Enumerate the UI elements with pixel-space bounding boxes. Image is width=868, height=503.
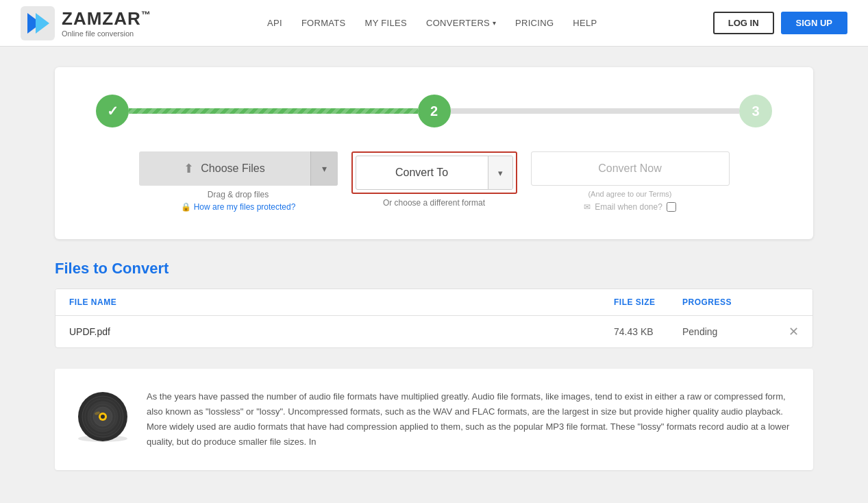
vinyl-record-svg — [75, 389, 130, 444]
conversion-card: ✓ 2 3 ⬆ Choose Files ▾ — [55, 67, 813, 239]
table-header: FILE NAME FILE SIZE PROGRESS — [55, 289, 813, 316]
step-3-circle: 3 — [739, 95, 772, 127]
step-1-circle: ✓ — [96, 95, 129, 127]
col-header-progress: PROGRESS — [682, 297, 771, 307]
step-2-circle: 2 — [418, 95, 451, 127]
email-checkbox[interactable] — [667, 202, 676, 212]
lock-icon: 🔒 — [181, 202, 191, 212]
logo-area: ZAMZAR™ Online file conversion — [21, 6, 151, 40]
email-row: ✉ Email when done? — [584, 202, 676, 212]
step-line-2 — [451, 108, 740, 114]
step-line-1 — [129, 108, 418, 114]
drag-drop-label: Drag & drop files — [208, 190, 269, 199]
header: ZAMZAR™ Online file conversion API FORMA… — [0, 0, 868, 47]
nav-converters: CONVERTERS — [426, 18, 490, 28]
convert-to-label: Convert To — [356, 167, 488, 179]
step-2-label: 2 — [430, 103, 438, 119]
nav-api[interactable]: API — [267, 18, 282, 28]
convert-to-highlight-border: Convert To ▾ — [351, 151, 517, 194]
logo-tagline: Online file conversion — [62, 29, 151, 38]
convert-to-sub-label: Or choose a different format — [383, 198, 485, 208]
protection-link[interactable]: 🔒 How are my files protected? — [181, 202, 296, 212]
login-button[interactable]: LOG IN — [713, 12, 774, 34]
col-header-filesize: FILE SIZE — [614, 297, 682, 307]
section-title: Files to Convert — [55, 260, 813, 278]
convert-to-button[interactable]: Convert To ▾ — [356, 156, 513, 190]
section-title-accent: Convert — [112, 260, 169, 277]
convert-now-button[interactable]: Convert Now — [531, 151, 730, 186]
upload-icon: ⬆ — [184, 161, 194, 176]
main-content: ✓ 2 3 ⬆ Choose Files ▾ — [0, 47, 868, 491]
nav-pricing[interactable]: PRICING — [515, 18, 554, 28]
protection-text: How are my files protected? — [194, 202, 296, 212]
choose-files-label: Choose Files — [201, 162, 264, 175]
convert-to-dropdown-icon: ▾ — [488, 156, 512, 189]
choose-files-main: ⬆ Choose Files — [139, 161, 310, 176]
svg-point-9 — [101, 415, 105, 419]
nav-converters-wrapper[interactable]: CONVERTERS ▾ — [426, 18, 496, 28]
table-row: UPDF.pdf 74.43 KB Pending ✕ — [55, 316, 813, 347]
main-nav: API FORMATS MY FILES CONVERTERS ▾ PRICIN… — [267, 18, 597, 28]
choose-files-dropdown-icon: ▾ — [310, 151, 338, 186]
file-action-cell: ✕ — [771, 326, 799, 338]
file-progress-cell: Pending — [682, 326, 771, 337]
email-icon: ✉ — [584, 202, 591, 212]
nav-buttons: LOG IN SIGN UP — [713, 12, 847, 34]
vinyl-record-image — [75, 389, 130, 444]
files-table: FILE NAME FILE SIZE PROGRESS UPDF.pdf 74… — [55, 289, 813, 348]
nav-formats[interactable]: FORMATS — [301, 18, 346, 28]
nav-my-files[interactable]: MY FILES — [365, 18, 407, 28]
steps-progress: ✓ 2 3 — [96, 95, 772, 127]
file-name-cell: UPDF.pdf — [69, 326, 614, 337]
signup-button[interactable]: SIGN UP — [781, 12, 847, 34]
col-header-filename: FILE NAME — [69, 297, 614, 307]
convert-now-group: Convert Now (And agree to our Terms) ✉ E… — [531, 151, 730, 212]
convert-to-group: Convert To ▾ Or choose a different forma… — [351, 151, 517, 208]
section-title-static: Files to — [55, 260, 108, 277]
email-when-done-label: Email when done? — [595, 202, 662, 212]
info-text: As the years have passed the number of a… — [147, 389, 793, 450]
remove-file-button[interactable]: ✕ — [789, 326, 799, 338]
logo-icon — [21, 6, 55, 40]
converters-chevron-icon: ▾ — [493, 19, 496, 27]
step-3-label: 3 — [752, 103, 759, 119]
controls-row: ⬆ Choose Files ▾ Drag & drop files 🔒 How… — [96, 151, 772, 212]
nav-help[interactable]: HELP — [573, 18, 597, 28]
logo-name: ZAMZAR™ — [62, 8, 151, 29]
file-size-cell: 74.43 KB — [614, 326, 682, 337]
logo-text: ZAMZAR™ Online file conversion — [62, 8, 151, 38]
choose-files-button[interactable]: ⬆ Choose Files ▾ — [139, 151, 338, 186]
choose-files-group: ⬆ Choose Files ▾ Drag & drop files 🔒 How… — [139, 151, 338, 212]
terms-label: (And agree to our Terms) — [588, 190, 671, 198]
step-1-label: ✓ — [107, 103, 119, 119]
info-section: As the years have passed the number of a… — [55, 369, 813, 470]
